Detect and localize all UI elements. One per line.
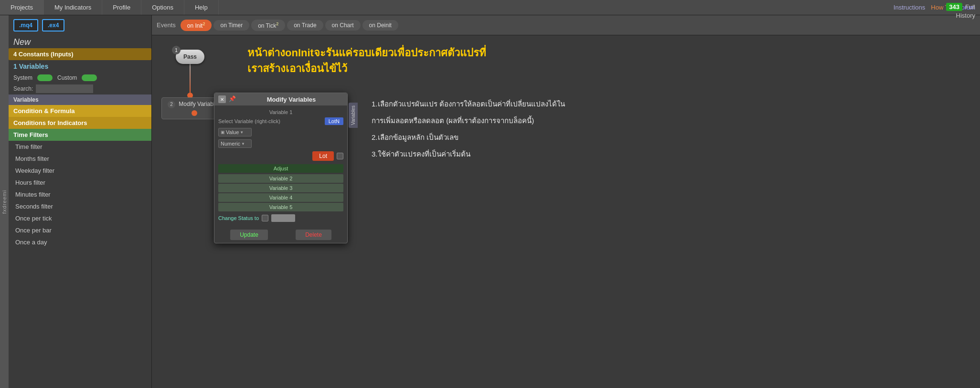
- pass-node[interactable]: 1 Pass: [176, 50, 204, 98]
- sidebar-hours-filter[interactable]: Hours filter: [9, 177, 151, 189]
- modal-variable-4[interactable]: Variable 4: [218, 193, 343, 202]
- modal-footer: Update Delete: [214, 227, 347, 243]
- modal-variable-3[interactable]: Variable 3: [218, 184, 343, 192]
- ri-line-3: 3.ใช้ค่าตัวแปรคงที่เป็นค่าเริ่มต้น: [372, 147, 565, 160]
- sidebar-time-filters[interactable]: Time Filters: [9, 129, 151, 141]
- nav-projects[interactable]: Projects: [0, 0, 44, 15]
- pass-node-number: 1: [172, 46, 181, 54]
- sidebar-seconds-filter[interactable]: Seconds filter: [9, 200, 151, 212]
- nav-profile[interactable]: Profile: [102, 0, 141, 15]
- nav-my-indicators[interactable]: My Indicators: [44, 0, 102, 15]
- btn-on-chart[interactable]: on Chart: [325, 20, 361, 31]
- modal-change-status-row: Change Status to: [218, 212, 343, 224]
- history-label: History: [956, 12, 975, 19]
- btn-on-tick[interactable]: on Tick2: [251, 20, 285, 31]
- badge-343: 343: [946, 3, 962, 11]
- modify-number: 2: [168, 101, 175, 108]
- search-input[interactable]: [36, 84, 93, 93]
- modal-value-row[interactable]: ▣ Value ▼: [218, 126, 343, 138]
- main-layout: fxdreemi .mq4 .ex4 New 4 Constants (Inpu…: [0, 15, 980, 388]
- system-label: System: [13, 74, 32, 81]
- status-checkbox[interactable]: [262, 215, 268, 221]
- history-row: 343 Full: [946, 3, 975, 11]
- search-row: Search:: [9, 83, 151, 94]
- group-variables[interactable]: Variables: [9, 94, 151, 105]
- modal-body: Variable 1 Select Variable (right-click)…: [214, 105, 347, 227]
- btn-update[interactable]: Update: [230, 230, 268, 240]
- modal-variable-2[interactable]: Variable 2: [218, 174, 343, 183]
- modal-select-variable-row: Select Variable (right-click) LotN: [218, 116, 343, 126]
- sidebar-once-per-tick[interactable]: Once per tick: [9, 212, 151, 224]
- pass-circle-wrapper: 1 Pass: [176, 50, 204, 64]
- link-instructions[interactable]: Instructions: [894, 4, 925, 11]
- modal-close-btn[interactable]: ✕: [218, 95, 226, 103]
- left-panel: .mq4 .ex4 New 4 Constants (Inputs) 1 Var…: [9, 15, 152, 388]
- instruction-text: หน้าต่างonInitจะรันแค่รอบเดียวเพื่อประกา…: [247, 45, 486, 76]
- nav-options[interactable]: Options: [141, 0, 184, 15]
- modal-side-tab[interactable]: Variables: [349, 103, 358, 128]
- btn-on-timer[interactable]: on Timer: [213, 20, 249, 31]
- btn-mq4[interactable]: .mq4: [13, 19, 38, 31]
- sidebar-minutes-filter[interactable]: Minutes filter: [9, 189, 151, 200]
- search-label: Search:: [13, 85, 33, 92]
- sidebar-conditions-indicators[interactable]: Conditions for Indicators: [9, 117, 151, 129]
- modal-variable-label: Variable 1: [218, 108, 343, 116]
- modal-numeric-row[interactable]: Numeric ▼: [218, 138, 343, 149]
- btn-on-init[interactable]: on Init2: [181, 20, 212, 31]
- sidebar-once-a-day[interactable]: Once a day: [9, 236, 151, 248]
- modal-numeric-select[interactable]: Numeric ▼: [218, 139, 252, 148]
- ri-line-1b: การเพิ่มลอตหรือลดลอต (ผลที่เราต้องการจาก…: [372, 114, 565, 127]
- right-instructions: 1.เลือกตัวแปรผันแปร ต้องการให้ลอตเป็นค่า…: [372, 97, 565, 164]
- ri-line-1: 1.เลือกตัวแปรผันแปร ต้องการให้ลอตเป็นค่า…: [372, 97, 565, 110]
- right-content: Events on Init2 on Timer on Tick2 on Tra…: [152, 15, 980, 388]
- modal-adjust-row: Adjust: [218, 164, 343, 173]
- modal-title: Modify Variables: [239, 96, 343, 103]
- btn-lot[interactable]: Lot: [312, 151, 334, 161]
- modify-dot: [192, 110, 197, 116]
- status-color-box[interactable]: [271, 214, 295, 222]
- sidebar-condition-formula[interactable]: Condition & Formula: [9, 105, 151, 117]
- sidebar-variables[interactable]: 1 Variables: [9, 60, 151, 73]
- modal-title-bar: ✕ 📌 Modify Variables: [214, 93, 347, 105]
- system-toggle[interactable]: [37, 74, 53, 81]
- events-label: Events: [157, 21, 176, 29]
- btn-ex4[interactable]: .ex4: [42, 19, 64, 31]
- modal-select-variable-label: Select Variable (right-click): [218, 118, 322, 124]
- btn-on-trade[interactable]: on Trade: [287, 20, 323, 31]
- nav-help[interactable]: Help: [184, 0, 219, 15]
- events-bar: Events on Init2 on Timer on Tick2 on Tra…: [152, 15, 980, 35]
- sidebar-months-filter[interactable]: Months filter: [9, 153, 151, 165]
- ri-line-2: 2.เลือกข้อมูลหลัก เป็นตัวเลข: [372, 131, 565, 144]
- custom-toggle[interactable]: [82, 74, 97, 81]
- full-label: Full: [965, 3, 975, 10]
- sidebar-constants[interactable]: 4 Constants (Inputs): [9, 48, 151, 60]
- custom-label: Custom: [57, 74, 77, 81]
- btn-lotn[interactable]: LotN: [325, 117, 343, 125]
- sidebar-once-per-bar[interactable]: Once per bar: [9, 224, 151, 236]
- modal-lot-checkbox[interactable]: [337, 153, 343, 159]
- left-top-buttons: .mq4 .ex4: [9, 15, 151, 35]
- modify-variables-modal: ✕ 📌 Modify Variables Variable 1 Select V…: [214, 93, 348, 243]
- modal-variable-5[interactable]: Variable 5: [218, 203, 343, 211]
- btn-on-deinit[interactable]: on Deinit: [362, 20, 398, 31]
- canvas-area: หน้าต่างonInitจะรันแค่รอบเดียวเพื่อประกา…: [152, 35, 980, 388]
- modal-pin-btn[interactable]: 📌: [229, 95, 236, 103]
- sidebar-time-filter[interactable]: Time filter: [9, 141, 151, 153]
- new-label: New: [9, 35, 151, 48]
- sidebar-scroll[interactable]: New 4 Constants (Inputs) 1 Variables Sys…: [9, 35, 151, 388]
- top-nav: Projects My Indicators Profile Options H…: [0, 0, 980, 15]
- modal-lot-row: Lot: [218, 149, 343, 163]
- sidebar-label: fxdreemi: [0, 15, 9, 388]
- connector-line: [190, 64, 191, 93]
- sidebar-weekday-filter[interactable]: Weekday filter: [9, 165, 151, 177]
- btn-delete[interactable]: Delete: [296, 230, 331, 240]
- system-custom-row: System Custom: [9, 73, 151, 83]
- modal-change-status-label: Change Status to: [218, 215, 259, 221]
- modal-value-select[interactable]: ▣ Value ▼: [218, 128, 252, 136]
